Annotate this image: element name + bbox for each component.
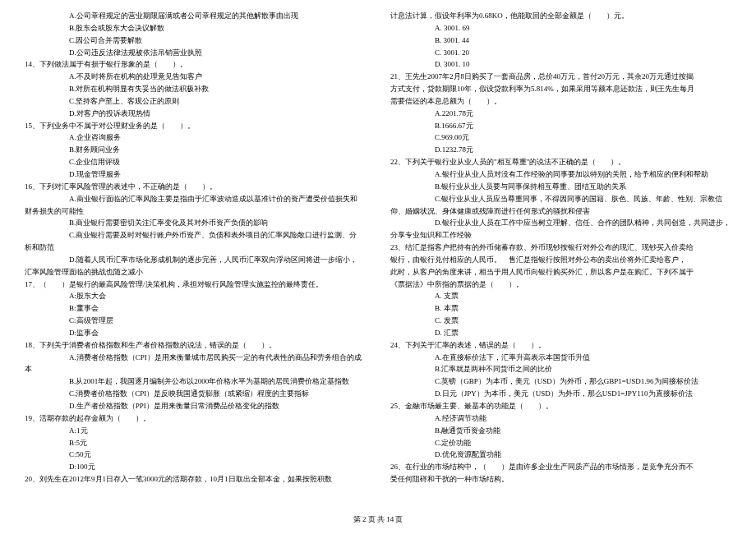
- text-line: A.在直接标价法下，汇率升高表示本国货币升值: [390, 352, 731, 364]
- text-line: 24、下列关于汇率的表述，错误的是（ ）。: [390, 339, 731, 352]
- text-line: D.对客户的投诉表现热情: [25, 108, 366, 120]
- text-line: 23、结汇是指客户把持有的外币储蓄存款、外币现钞按银行对外公布的现汇、现钞买入价…: [390, 242, 731, 254]
- text-line: 25、金融市场最主要、最基本的功能是（ ）。: [390, 400, 731, 412]
- exam-page: A.公司章程规定的营业期限届满或者公司章程规定的其他解散事由出现B.股东会或股东…: [0, 0, 756, 486]
- text-line: A:1元: [25, 425, 366, 437]
- text-line: 需要偿还的本息总额为（ ）。: [390, 95, 731, 108]
- text-line: B.财务顾问业务: [25, 144, 366, 156]
- text-line: B.汇率就是两种不同货币之间的比价: [390, 363, 731, 375]
- text-line: A.银行业从业人员对没有工作经验的同事要加以特别的关照，给予相应的便利和帮助: [390, 168, 731, 181]
- text-line: A.消费者价格指数（CPI）是用来衡量城市居民购买一定的有代表性的商品和劳务组合…: [25, 352, 366, 364]
- text-line: A:股东大会: [25, 290, 366, 302]
- text-line: B.融通货币资金功能: [390, 425, 731, 437]
- text-line: B. 3001. 44: [390, 35, 731, 47]
- text-line: C.消费者价格指数（CPI）是反映我国通货膨胀（或紧缩）程度的主要指标: [25, 388, 366, 400]
- text-line: D.优化资源配置功能: [390, 449, 731, 461]
- text-line: C. 发票: [390, 315, 731, 327]
- text-line: 析和防范: [25, 242, 366, 254]
- text-line: A.公司章程规定的营业期限届满或者公司章程规定的其他解散事由出现: [25, 10, 366, 22]
- text-line: D.随着人民币汇率市场化形成机制的逐步完善，人民币汇率双向浮动区间将进一步缩小，: [25, 254, 366, 266]
- text-line: C.定价功能: [390, 437, 731, 449]
- text-line: 银行，由银行兑付相应的人民币。 售汇是指银行按照对外公布的卖出价将外汇卖给客户，: [390, 254, 731, 266]
- page-number: 第 2 页 共 14 页: [353, 515, 403, 523]
- right-column: 计息法计算，假设年利率为0.68KO，他能取回的全部金额是（ ）元。A. 300…: [390, 10, 731, 486]
- text-line: 受任何阻碍和干扰的一种市场结构。: [390, 473, 731, 486]
- text-line: A.企业咨询服务: [25, 131, 366, 144]
- text-line: C.坚持客户至上、客观公正的原则: [25, 95, 366, 108]
- text-line: C:50元: [25, 449, 366, 461]
- text-line: 16、下列对汇率风险管理的表述中，不正确的是（ ）。: [25, 181, 366, 193]
- text-line: D.银行业从业人员在工作中应当树立理解、信任、合作的团队精神，共同创造，共同进步…: [390, 217, 731, 229]
- text-line: A.2201.78元: [390, 108, 731, 120]
- text-line: D.现金管理服务: [25, 168, 366, 181]
- text-line: 19、活期存款的起存金额为（ ）。: [25, 412, 366, 425]
- text-line: C. 3001. 20: [390, 47, 731, 59]
- text-line: 汇率风险管理面临的挑战也随之减小: [25, 266, 366, 279]
- text-line: 22、下列关于银行业从业人员的"相互尊重"的说法不正确的是（ ）。: [390, 156, 731, 168]
- text-line: D.日元（JPY）为本币，美元（USD）为外币，那么USD1=JPY110为直接…: [390, 388, 731, 400]
- text-line: 《票据法》中所指的票据的是（ ）。: [390, 279, 731, 291]
- text-line: B:董事会: [25, 302, 366, 315]
- text-line: B.商业银行需要密切关注汇率变化及其对外币资产负债的影响: [25, 217, 366, 229]
- text-line: C.英镑（GBP）为本币，美元（USD）为外币，那么GBP1=USD1.96为间…: [390, 375, 731, 388]
- text-line: C.商业银行需要及时对银行账户外币资产、负债和表外项目的汇率风险敞口进行监测、分: [25, 229, 366, 242]
- text-line: A. 支票: [390, 290, 731, 302]
- text-line: B.银行业从业人员要与同事保持相互尊重、团结互助的关系: [390, 181, 731, 193]
- text-line: 仰、婚姻状况、身体健康或残障而进行任何形式的骚扰和侵害: [390, 205, 731, 218]
- text-line: B.从2001年起，我国逐月编制并公布以2000年价格水平为基期的居民消费价格定…: [25, 375, 366, 388]
- text-line: D. 3001. 10: [390, 58, 731, 71]
- text-line: A. 3001. 69: [390, 22, 731, 35]
- text-line: D:监事会: [25, 327, 366, 339]
- text-line: D. 汇票: [390, 327, 731, 339]
- text-line: C:高级管理层: [25, 315, 366, 327]
- text-line: 21、王先生2007年2月8日购买了一套商品房，总价40万元，首付20万元，其余…: [390, 71, 731, 83]
- text-line: 18、下列关于消费者价格指数和生产者价格指数的说法，错误的是（ ）。: [25, 339, 366, 352]
- text-line: 方式支付，贷款期限10年，假设贷款利率为5.814%，如果采用等额本息还款法，则…: [390, 83, 731, 95]
- text-line: A.不及时将所在机构的处理意见告知客户: [25, 71, 366, 83]
- text-line: C.银行业从业人员应当尊重同事，不得因同事的国籍、肤色、民族、年龄、性别、宗教信: [390, 193, 731, 205]
- page-footer: 第 2 页 共 14 页: [0, 513, 756, 526]
- left-column: A.公司章程规定的营业期限届满或者公司章程规定的其他解散事由出现B.股东会或股东…: [25, 10, 366, 486]
- text-line: 财务损失的可能性: [25, 205, 366, 218]
- text-line: 计息法计算，假设年利率为0.68KO，他能取回的全部金额是（ ）元。: [390, 10, 731, 22]
- text-line: B. 本票: [390, 302, 731, 315]
- text-line: 分享专业知识和工作经验: [390, 229, 731, 242]
- text-line: B.对所在机构明显有失妥当的做法积极补救: [25, 83, 366, 95]
- text-line: C.因公司合并需要解散: [25, 35, 366, 47]
- text-line: D:100元: [25, 461, 366, 473]
- text-line: A.商业银行面临的汇率风险主要是指由于汇率波动造成以基准计价的资产遭受价值损失和: [25, 193, 366, 205]
- text-line: 20、刘先生在2012年9月1日存入一笔3000元的活期存款，10月1日取出全部…: [25, 473, 366, 486]
- text-line: C.969.00元: [390, 131, 731, 144]
- text-line: B.1666.67元: [390, 120, 731, 132]
- text-line: 15、下列业务中不属于对公理财业务的是（ ）。: [25, 120, 366, 132]
- text-line: 本: [25, 363, 366, 375]
- text-line: 26、在行业的市场结构中，（ ）是由许多企业生产同质产品的市场情形，是竞争充分而…: [390, 461, 731, 473]
- text-line: D.生产者价格指数（PPI）是用来衡量日常消费品价格变化的指数: [25, 400, 366, 412]
- text-line: B.股东会或股东大会决议解散: [25, 22, 366, 35]
- text-line: 14、下列做法属于有损于银行形象的是（ ）。: [25, 58, 366, 71]
- text-line: B:5元: [25, 437, 366, 449]
- text-line: D.公司违反法律法规被依法吊销营业执照: [25, 47, 366, 59]
- text-line: 此时，从客户的角度来讲，相当于用人民币向银行购买外汇，所以客户是在购汇。下列不属…: [390, 266, 731, 279]
- text-line: 17、（ ）是银行的最高风险管理/决策机构，承担对银行风险管理实施监控的最终责任…: [25, 279, 366, 291]
- text-line: D.1232.78元: [390, 144, 731, 156]
- text-line: A.经济调节功能: [390, 412, 731, 425]
- text-line: C.企业信用评级: [25, 156, 366, 168]
